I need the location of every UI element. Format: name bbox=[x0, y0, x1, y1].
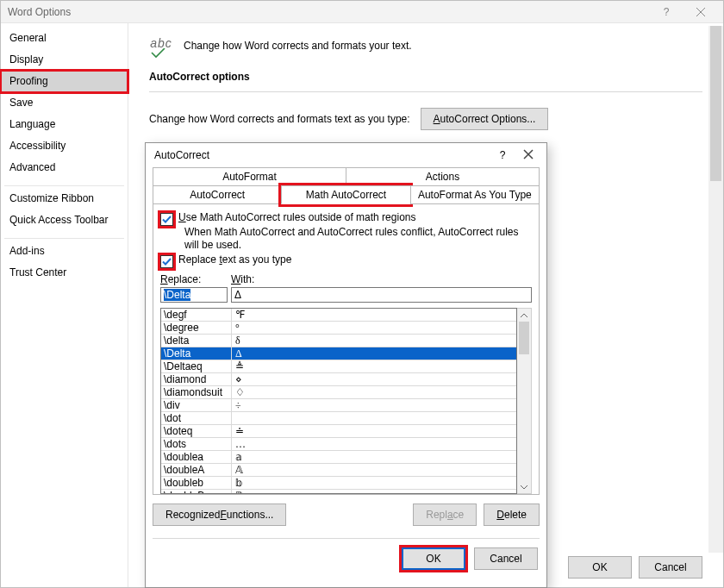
sidebar-item-general[interactable]: General bbox=[1, 28, 128, 49]
help-icon[interactable]: ? bbox=[649, 1, 683, 22]
scroll-up-icon[interactable] bbox=[517, 309, 531, 322]
list-row[interactable]: \doubleB𝔹 bbox=[161, 490, 516, 494]
tab-autocorrect[interactable]: AutoCorrect bbox=[153, 185, 281, 204]
list-scrollbar[interactable] bbox=[517, 308, 532, 494]
options-cancel-button[interactable]: Cancel bbox=[639, 556, 702, 579]
sidebar-item-accessibility[interactable]: Accessibility bbox=[1, 135, 128, 157]
autocorrect-list[interactable]: \degf℉\degree°\deltaδ\DeltaΔ\Deltaeq≜\di… bbox=[160, 308, 517, 494]
autocorrect-row-label: Change how Word corrects and formats tex… bbox=[149, 113, 410, 125]
options-ok-button[interactable]: OK bbox=[568, 556, 632, 579]
recognized-functions-button[interactable]: Recognized Functions... bbox=[153, 504, 286, 526]
autocorrect-options-button[interactable]: AutoCorrect Options... bbox=[421, 108, 549, 130]
sidebar: General Display Proofing Save Language A… bbox=[1, 22, 128, 587]
dialog-close-icon[interactable] bbox=[515, 149, 541, 162]
checkbox-use-outside-math[interactable] bbox=[160, 213, 173, 226]
list-row[interactable]: \degf℉ bbox=[161, 309, 516, 322]
tab-actions[interactable]: Actions bbox=[346, 167, 540, 185]
tab-autoformat-as-you-type[interactable]: AutoFormat As You Type bbox=[410, 185, 540, 204]
sidebar-item-trust-center[interactable]: Trust Center bbox=[1, 262, 128, 284]
replace-label: Replace: bbox=[160, 273, 231, 285]
with-label: With: bbox=[231, 273, 254, 285]
list-row[interactable]: \dots… bbox=[161, 438, 516, 451]
list-row[interactable]: \doublea𝕒 bbox=[161, 451, 516, 464]
checkbox-replace-label: Replace text as you type bbox=[178, 253, 291, 266]
proofing-icon: abc bbox=[149, 36, 173, 59]
sidebar-item-proofing[interactable]: Proofing bbox=[1, 71, 128, 92]
math-autocorrect-note: When Math AutoCorrect and AutoCorrect ru… bbox=[184, 226, 532, 252]
scroll-down-icon[interactable] bbox=[517, 480, 531, 493]
delete-button[interactable]: Delete bbox=[484, 504, 540, 526]
autocorrect-dialog: AutoCorrect ? AutoFormat Actions AutoCor… bbox=[145, 142, 547, 588]
sidebar-item-addins[interactable]: Add-ins bbox=[1, 241, 128, 262]
sidebar-item-display[interactable]: Display bbox=[1, 49, 128, 71]
dialog-title: AutoCorrect bbox=[154, 149, 209, 161]
section-title-autocorrect-options: AutoCorrect options bbox=[128, 67, 723, 86]
list-row[interactable]: \degree° bbox=[161, 322, 516, 335]
sidebar-item-customize-ribbon[interactable]: Customize Ribbon bbox=[1, 188, 128, 210]
list-row[interactable]: \DeltaΔ bbox=[161, 347, 516, 360]
checkbox-use-outside-math-label: Use Math AutoCorrect rules outside of ma… bbox=[178, 211, 415, 224]
dialog-ok-button[interactable]: OK bbox=[402, 547, 465, 570]
vertical-scrollbar[interactable] bbox=[708, 26, 723, 553]
tab-autoformat[interactable]: AutoFormat bbox=[153, 167, 346, 185]
list-row[interactable]: \div÷ bbox=[161, 399, 516, 412]
checkbox-replace-as-you-type[interactable] bbox=[160, 255, 173, 268]
replace-button[interactable]: Replace bbox=[413, 504, 477, 526]
sidebar-item-language[interactable]: Language bbox=[1, 114, 128, 135]
list-row[interactable]: \diamond⋄ bbox=[161, 373, 516, 386]
sidebar-item-save[interactable]: Save bbox=[1, 92, 128, 114]
window-title: Word Options bbox=[8, 6, 71, 18]
list-row[interactable]: \doteq≐ bbox=[161, 425, 516, 438]
page-description: Change how Word corrects and formats you… bbox=[184, 40, 412, 52]
list-row[interactable]: \Deltaeq≜ bbox=[161, 360, 516, 373]
list-row[interactable]: \deltaδ bbox=[161, 335, 516, 347]
list-row[interactable]: \doubleA𝔸 bbox=[161, 464, 516, 477]
list-row[interactable]: \doubleb𝕓 bbox=[161, 477, 516, 490]
list-row[interactable]: \dot bbox=[161, 412, 516, 425]
sidebar-item-quick-access[interactable]: Quick Access Toolbar bbox=[1, 210, 128, 231]
sidebar-item-advanced[interactable]: Advanced bbox=[1, 157, 128, 178]
dialog-help-icon[interactable]: ? bbox=[490, 149, 515, 161]
replace-input[interactable]: \Delta bbox=[160, 287, 228, 303]
tab-math-autocorrect[interactable]: Math AutoCorrect bbox=[281, 185, 409, 204]
with-input[interactable]: Δ bbox=[231, 287, 532, 303]
list-row[interactable]: \diamondsuit♢ bbox=[161, 386, 516, 399]
dialog-cancel-button[interactable]: Cancel bbox=[474, 547, 538, 570]
close-icon[interactable] bbox=[683, 1, 718, 22]
